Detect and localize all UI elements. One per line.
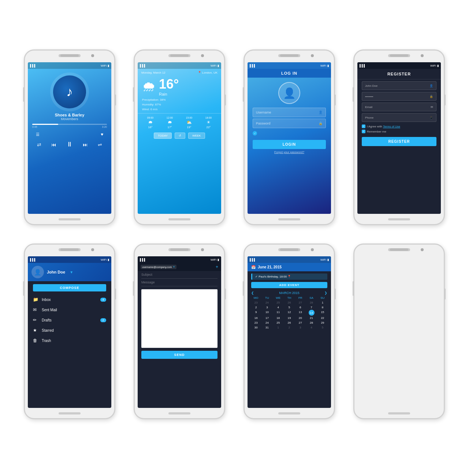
username-field[interactable]: Username 👤 bbox=[253, 108, 326, 117]
subject-field[interactable]: Subject bbox=[141, 271, 217, 279]
cal-cell[interactable]: 24 bbox=[261, 300, 272, 305]
phone-register: ▌▌▌ WiFi ▮ REGISTER John Doe 👤 •••••••• … bbox=[353, 49, 445, 225]
cal-cell[interactable]: 2 bbox=[284, 325, 295, 330]
cal-cell[interactable]: 23 bbox=[250, 320, 261, 325]
cal-cell[interactable]: 1 bbox=[317, 300, 328, 305]
cal-cell[interactable]: 16 bbox=[250, 316, 261, 320]
today-cell[interactable]: 14 bbox=[309, 310, 315, 316]
music-song: Movembers bbox=[61, 117, 78, 121]
terms-link[interactable]: Terms of Use bbox=[383, 125, 400, 128]
music-controls[interactable]: ⇄ ⏮ ⏸ ⏭ ⇌ bbox=[32, 141, 107, 148]
password-reg-field[interactable]: •••••••• 🔒 bbox=[362, 92, 436, 101]
add-recipient-btn[interactable]: + bbox=[216, 264, 218, 269]
cal-cell[interactable]: 28 bbox=[306, 300, 317, 305]
cal-cell[interactable]: 8 bbox=[317, 305, 328, 310]
recipient-chip[interactable]: username@company.com ✕ bbox=[141, 265, 176, 269]
phone-icon: 📱 bbox=[429, 116, 433, 119]
cal-cell[interactable]: 30 bbox=[250, 325, 261, 330]
register-button[interactable]: REGISTER bbox=[362, 137, 436, 146]
phone-speaker bbox=[390, 248, 408, 251]
email-field[interactable]: Email ✉ bbox=[362, 103, 436, 111]
phone-camera bbox=[201, 54, 204, 57]
cal-cell[interactable]: 18 bbox=[273, 316, 284, 320]
side-btn-left bbox=[133, 87, 134, 102]
cal-cell[interactable]: 22 bbox=[317, 316, 328, 320]
today-btn[interactable]: TODAY bbox=[154, 133, 172, 139]
drafts-item[interactable]: ✏ Drafts 2 bbox=[28, 315, 111, 325]
status-bar: ▌▌▌ WiFi ▮ bbox=[138, 62, 221, 69]
shuffle-btn[interactable]: ⇄ bbox=[37, 142, 41, 148]
progress-times: 0:45 3:20 bbox=[32, 126, 107, 128]
cal-cell[interactable]: 7 bbox=[306, 305, 317, 310]
forgot-password-link[interactable]: Forgot your password? bbox=[248, 150, 331, 154]
cal-cell[interactable]: 9 bbox=[250, 310, 261, 316]
cal-cell[interactable]: 27 bbox=[295, 320, 306, 325]
cal-cell[interactable]: 25 bbox=[273, 300, 284, 305]
repeat-btn[interactable]: ⇌ bbox=[98, 142, 102, 148]
agree-checkbox[interactable]: ✓ bbox=[362, 124, 365, 128]
add-event-button[interactable]: ADD EVENT bbox=[251, 282, 327, 288]
weather-city: 📍 London, UK bbox=[198, 71, 217, 74]
compose-button[interactable]: COMPOSE bbox=[33, 284, 106, 291]
chevron-down-icon[interactable]: ▼ bbox=[70, 270, 73, 274]
cal-cell[interactable]: 15 bbox=[317, 310, 328, 316]
side-btn-left bbox=[23, 87, 25, 102]
message-body[interactable] bbox=[141, 289, 217, 348]
send-button[interactable]: SEND bbox=[141, 351, 217, 359]
refresh-btn[interactable]: ↺ bbox=[175, 133, 185, 139]
prev-month-btn[interactable]: ❮ bbox=[251, 291, 254, 295]
cal-cell[interactable]: 26 bbox=[284, 300, 295, 305]
cal-cell[interactable]: 25 bbox=[273, 320, 284, 325]
cal-cell[interactable]: 21 bbox=[306, 316, 317, 320]
login-button[interactable]: LOGIN bbox=[253, 140, 326, 149]
cal-cell[interactable]: 12 bbox=[284, 310, 295, 316]
cal-cell[interactable]: 3 bbox=[261, 305, 272, 310]
cal-cell[interactable]: 23 bbox=[250, 300, 261, 305]
fc-icon-4: ☀ bbox=[207, 120, 211, 125]
weather-buttons[interactable]: TODAY ↺ WEEK bbox=[138, 130, 221, 141]
cal-cell[interactable]: 28 bbox=[306, 320, 317, 325]
phone-speaker bbox=[170, 54, 189, 57]
password-field[interactable]: Password 🔒 bbox=[253, 119, 326, 128]
inbox-item[interactable]: 📁 Inbox 4 bbox=[28, 294, 111, 305]
cal-cell[interactable]: 20 bbox=[295, 316, 306, 320]
cal-cell[interactable]: 2 bbox=[250, 305, 261, 310]
cal-cell[interactable]: 19 bbox=[284, 316, 295, 320]
next-month-btn[interactable]: ❯ bbox=[324, 291, 327, 295]
cal-cell[interactable]: 5 bbox=[284, 305, 295, 310]
cal-cell[interactable]: 29 bbox=[317, 320, 328, 325]
cal-cell[interactable]: 11 bbox=[273, 310, 284, 316]
cal-cell[interactable]: 26 bbox=[284, 320, 295, 325]
menu-icon: ☰ bbox=[36, 132, 40, 137]
cal-cell[interactable]: 17 bbox=[261, 316, 272, 320]
next-btn[interactable]: ⏭ bbox=[83, 142, 88, 148]
cal-cell[interactable]: 31 bbox=[261, 325, 272, 330]
cal-cell[interactable]: 10 bbox=[261, 310, 272, 316]
music-note-icon: ♪ bbox=[66, 84, 73, 100]
play-btn[interactable]: ⏸ bbox=[66, 141, 73, 148]
prev-btn[interactable]: ⏮ bbox=[51, 142, 56, 148]
lock-icon: 🔒 bbox=[429, 95, 433, 98]
trash-item[interactable]: 🗑 Trash bbox=[28, 335, 111, 346]
cal-cell[interactable]: 6 bbox=[295, 305, 306, 310]
starred-item[interactable]: ★ Starred bbox=[28, 325, 111, 335]
cal-cell[interactable]: 4 bbox=[306, 325, 317, 330]
remember-check[interactable]: ✓ Remember me bbox=[357, 129, 441, 134]
cal-cell[interactable]: 3 bbox=[295, 325, 306, 330]
week-btn[interactable]: WEEK bbox=[188, 133, 205, 139]
phone-music: ▌▌▌ WiFi ▮ ♪ Shoes & Barley Movembers bbox=[24, 49, 115, 225]
cal-cell[interactable]: 1 bbox=[273, 325, 284, 330]
name-field[interactable]: John Doe 👤 bbox=[362, 81, 436, 90]
cal-cell[interactable]: 27 bbox=[295, 300, 306, 305]
cal-cell[interactable]: 24 bbox=[261, 320, 272, 325]
favorite-icon: ♥ bbox=[101, 132, 103, 137]
sent-item[interactable]: ✉ Sent Mail bbox=[28, 305, 111, 315]
cal-cell[interactable]: 13 bbox=[295, 310, 306, 316]
remember-checkbox[interactable]: ✓ bbox=[362, 130, 365, 133]
cal-cell[interactable]: 4 bbox=[273, 305, 284, 310]
cal-cell[interactable]: 5 bbox=[317, 325, 328, 330]
agree-check[interactable]: ✓ I Agree with Terms of Use bbox=[357, 124, 441, 129]
fc-time-2: 12:00 bbox=[167, 116, 173, 119]
remove-chip-btn[interactable]: ✕ bbox=[173, 265, 175, 268]
phone-field[interactable]: Phone 📱 bbox=[362, 113, 436, 122]
